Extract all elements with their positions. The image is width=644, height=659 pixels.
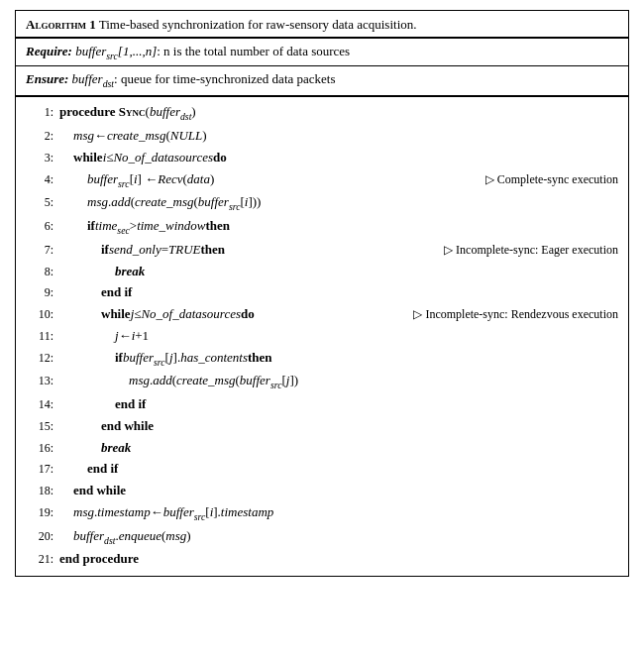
kw-endif-14: end if (115, 393, 146, 414)
line-num-19: 19: (26, 503, 54, 523)
var-j-11: j (115, 325, 119, 346)
var-timestamp-19: timestamp (97, 501, 150, 522)
line-num-1: 1: (26, 103, 54, 123)
algorithm-label: Algorithm 1 (26, 17, 96, 32)
kw-then-6: then (205, 215, 230, 236)
keyword-procedure: procedure (59, 101, 116, 122)
require-content: buffersrc[1,...,n] (75, 44, 157, 58)
var-timewindow-6: time_window (137, 215, 205, 236)
line-content-16: break (59, 437, 618, 458)
var-buffer-src-i-19: buffersrc (163, 501, 206, 525)
var-buffer-src-i-4: buffersrc (87, 168, 130, 192)
kw-endif-17: end if (87, 458, 118, 479)
line-21: 21: end procedure (26, 548, 618, 570)
val-true-7: TRUE (168, 239, 201, 260)
var-i-4: i (134, 168, 138, 189)
kw-then-7: then (201, 239, 226, 260)
kw-do-10: do (241, 303, 255, 324)
line-num-3: 3: (26, 149, 54, 168)
var-j-12: j (169, 347, 173, 368)
line-content-13: msg.add(create_msg(buffersrc[j]) (59, 370, 618, 393)
var-hascontents-12: has_contents (180, 347, 248, 368)
var-timesec-6: timesec (95, 215, 130, 239)
ensure-desc: : queue for time-synchronized data packe… (114, 71, 335, 86)
line-content-18: end while (59, 480, 618, 500)
line-content-2: msg ← create_msg(NULL) (59, 125, 618, 146)
line-num-11: 11: (26, 327, 54, 347)
var-sendonly-7: send_only (109, 239, 161, 260)
var-data-4: data (187, 168, 210, 189)
line-num-8: 8: (26, 263, 54, 282)
line-num-2: 2: (26, 127, 54, 147)
var-timestamp2-19: timestamp (221, 501, 273, 522)
line-num-13: 13: (26, 372, 54, 391)
func-recv-4: Recv (158, 168, 182, 189)
line-9: 9: end if (26, 281, 618, 303)
func-add-13: add (153, 370, 172, 390)
algorithm-title: Time-based synchronization for raw-senso… (99, 17, 417, 32)
var-buffer-dst-20: bufferdst (73, 525, 115, 549)
line-14: 14: end if (26, 393, 618, 415)
line-5: 5: msg.add(create_msg(buffersrc[i])) (26, 191, 618, 215)
line-13: 13: msg.add(create_msg(buffersrc[j]) (26, 370, 618, 393)
require-desc: : n is the total number of data sources (157, 44, 350, 58)
func-enqueue-20: enqueue (119, 525, 161, 546)
line-num-20: 20: (26, 527, 54, 547)
algorithm-box: Algorithm 1 Time-based synchronization f… (15, 10, 629, 577)
comment-7: ▷ Incomplete-sync: Eager execution (434, 241, 618, 261)
var-msg-5: msg (87, 191, 108, 212)
kw-break-16: break (101, 437, 131, 458)
line-num-14: 14: (26, 395, 54, 415)
line-20: 20: bufferdst.enqueue(msg) (26, 525, 618, 549)
line-content-9: end if (59, 281, 618, 302)
line-content-12: if buffersrc[j].has_contents then (59, 347, 618, 371)
ensure-content: bufferdst (72, 71, 114, 86)
val-null: NULL (170, 125, 203, 146)
line-7: 7: if send_only = TRUE then ▷ Incomplete… (26, 239, 618, 261)
line-content-11: j ← i+1 (59, 325, 618, 346)
line-num-21: 21: (26, 550, 54, 570)
line-content-20: bufferdst.enqueue(msg) (59, 525, 618, 549)
kw-if-6: if (87, 215, 95, 236)
require-section: Require: buffersrc[1,...,n]: n is the to… (16, 39, 628, 66)
kw-endprocedure-21: end procedure (59, 548, 139, 569)
line-15: 15: end while (26, 415, 618, 437)
line-content-17: end if (59, 458, 618, 479)
kw-do-3: do (213, 147, 227, 167)
line-content-14: end if (59, 393, 618, 414)
line-1: 1: procedure Sync(bufferdst) (26, 101, 618, 125)
algorithm-body: 1: procedure Sync(bufferdst) 2: msg ← cr… (16, 97, 628, 576)
var-i-11: i (132, 325, 136, 346)
var-j-13: j (286, 370, 290, 390)
func-createmsg-13: create_msg (176, 370, 235, 390)
line-num-5: 5: (26, 193, 54, 213)
line-4: 4: buffersrc[i] ← Recv(data) ▷ Complete-… (26, 168, 618, 192)
algorithm-header: Algorithm 1 Time-based synchronization f… (16, 11, 628, 39)
line-11: 11: j ← i+1 (26, 325, 618, 347)
line-content-3: while i ≤ No_of_datasources do (59, 147, 618, 167)
func-createmsg-5: create_msg (135, 191, 193, 212)
var-i-5: i (245, 191, 249, 212)
line-content-19: msg.timestamp ← buffersrc[i].timestamp (59, 501, 618, 525)
var-msg-13: msg (129, 370, 150, 390)
proc-name: Sync (119, 101, 146, 122)
line-10: 10: while j ≤ No_of_datasources do ▷ Inc… (26, 303, 618, 325)
var-msg: msg (73, 125, 94, 146)
line-content-10: while j ≤ No_of_datasources do ▷ Incompl… (59, 303, 618, 325)
line-num-7: 7: (26, 241, 54, 261)
var-no-datasources-3: No_of_datasources (113, 147, 213, 167)
param-dst: bufferdst (150, 101, 191, 125)
line-12: 12: if buffersrc[j].has_contents then (26, 347, 618, 371)
line-content-8: break (59, 261, 618, 281)
kw-while-3: while (73, 147, 103, 167)
line-content-15: end while (59, 415, 618, 436)
line-content-5: msg.add(create_msg(buffersrc[i])) (59, 191, 618, 215)
line-8: 8: break (26, 261, 618, 282)
kw-then-12: then (248, 347, 272, 368)
kw-endif-9: end if (101, 281, 132, 302)
line-content-4: buffersrc[i] ← Recv(data) ▷ Complete-syn… (59, 168, 618, 192)
line-content-21: end procedure (59, 548, 618, 569)
line-num-10: 10: (26, 305, 54, 325)
func-add-5: add (111, 191, 131, 212)
ensure-label: Ensure: (26, 71, 72, 86)
